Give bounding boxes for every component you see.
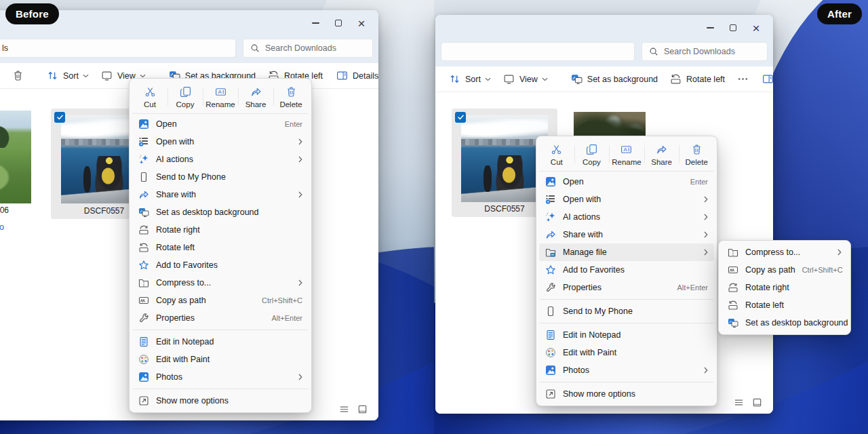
photo-icon <box>545 176 556 187</box>
menu-item[interactable]: Open Enter <box>132 115 309 133</box>
openwith-icon <box>545 194 556 205</box>
quick-action-button[interactable]: Delete <box>679 139 714 170</box>
selection-checkbox[interactable] <box>455 112 466 123</box>
search-box[interactable] <box>243 39 373 58</box>
menu-item[interactable]: Copy as path Ctrl+Shift+C <box>132 292 309 309</box>
check-icon <box>458 115 464 120</box>
menu-item-label: Open with <box>156 137 292 146</box>
quick-action-button[interactable]: Copy <box>167 81 203 112</box>
close-icon: × <box>357 17 365 30</box>
menu-item[interactable]: Manage file <box>539 243 714 261</box>
menu-item[interactable]: Edit with Paint <box>132 351 309 368</box>
toolbar-button[interactable]: Sort <box>41 66 94 85</box>
close-button[interactable]: × <box>745 19 768 37</box>
menu-item-label: Edit with Paint <box>156 355 302 364</box>
quick-action-label: Delete <box>279 100 302 108</box>
submenu-item[interactable]: Compress to... <box>722 243 848 261</box>
menu-item[interactable]: Photos <box>539 361 714 379</box>
selection-checkbox[interactable] <box>54 112 65 123</box>
toolbar-button[interactable]: Details <box>331 66 378 85</box>
address-bar[interactable]: ls <box>0 39 236 58</box>
maximize-button[interactable] <box>327 14 350 32</box>
list-view-icon[interactable] <box>339 404 349 414</box>
context-menu-before: Cut Copy Rename Share Delete Open <box>129 78 312 413</box>
menu-item[interactable]: Send to My Phone <box>132 168 309 186</box>
menu-item[interactable]: Open Enter <box>539 173 714 191</box>
minimize-button[interactable] <box>304 14 327 32</box>
quick-action-button[interactable]: Rename <box>609 139 644 170</box>
minimize-button[interactable] <box>698 19 722 37</box>
search-input[interactable] <box>265 43 366 53</box>
quick-action-button[interactable]: Rename <box>203 81 238 112</box>
menu-item[interactable]: Set as desktop background <box>132 203 309 221</box>
menu-item[interactable]: Compress to... <box>132 274 309 292</box>
menu-item[interactable]: Properties Alt+Enter <box>132 309 309 327</box>
menu-item[interactable]: Edit in Notepad <box>132 333 309 351</box>
menu-item[interactable]: Photos <box>132 368 309 386</box>
bg-icon <box>728 317 738 328</box>
quick-action-button[interactable]: Share <box>238 81 273 112</box>
address-bar[interactable] <box>441 42 635 61</box>
screenshot-stage: × ls <box>0 0 868 434</box>
quick-action-button[interactable]: Copy <box>574 139 610 170</box>
maximize-icon <box>335 20 342 26</box>
submenu-item[interactable]: Copy as path Ctrl+Shift+C <box>722 261 848 279</box>
quick-action-button[interactable]: Delete <box>273 81 309 112</box>
menu-item[interactable]: Rotate left <box>132 239 309 256</box>
grid-view-icon[interactable] <box>357 404 368 414</box>
menu-item[interactable]: Add to Favorites <box>539 261 714 279</box>
photo-layer-boat <box>461 186 548 202</box>
menu-item[interactable]: Add to Favorites <box>132 256 309 274</box>
menu-item[interactable] <box>540 382 713 382</box>
submenu-item[interactable]: Set as desktop background <box>722 314 848 332</box>
menu-item[interactable]: Open with <box>539 191 714 208</box>
menu-item[interactable]: Share with <box>539 226 714 243</box>
toolbar-button[interactable]: Rotate left <box>665 69 730 89</box>
list-view-icon[interactable] <box>734 397 744 408</box>
thumbnail-photo-partial[interactable] <box>0 111 31 203</box>
menu-item[interactable]: Edit in Notepad <box>539 326 714 344</box>
toolbar-button[interactable]: View <box>498 69 553 89</box>
maximize-button[interactable] <box>722 19 745 37</box>
details-icon <box>336 70 348 81</box>
close-button[interactable]: × <box>350 14 373 32</box>
menu-item[interactable]: AI actions <box>539 208 714 226</box>
photo-layer-mask <box>105 157 114 165</box>
menu-item[interactable] <box>133 330 308 330</box>
toolbar-button-label: Details <box>353 71 378 81</box>
toolbar-button[interactable]: Details <box>757 69 773 89</box>
search-box[interactable] <box>642 42 768 61</box>
quick-action-button[interactable]: Cut <box>539 139 574 170</box>
photo-layer-vest <box>100 166 116 186</box>
menu-item[interactable]: Share with <box>132 186 309 203</box>
menu-item[interactable]: Send to My Phone <box>539 302 714 320</box>
grid-view-icon[interactable] <box>752 397 762 408</box>
rotate-left-icon <box>728 300 738 311</box>
menu-item[interactable] <box>540 299 713 300</box>
submenu-item[interactable]: Rotate right <box>722 279 848 296</box>
menu-item[interactable]: Edit with Paint <box>539 344 714 361</box>
toolbar-button[interactable]: Set as background <box>566 69 663 89</box>
menu-item[interactable]: Show more options <box>539 385 714 403</box>
menu-item[interactable]: Rotate right <box>132 221 309 239</box>
toolbar-button[interactable] <box>7 66 29 85</box>
menu-item[interactable] <box>540 323 713 323</box>
menu-item[interactable]: Properties Alt+Enter <box>539 279 714 296</box>
address-text: ls <box>2 43 8 53</box>
close-icon: × <box>752 22 760 35</box>
toolbar-button[interactable]: Sort <box>443 69 496 89</box>
delete-icon <box>12 70 24 81</box>
delete-icon <box>691 144 703 155</box>
quick-action-button[interactable]: Cut <box>132 81 167 112</box>
menu-item[interactable]: Open with <box>132 133 309 151</box>
search-input[interactable] <box>664 47 760 56</box>
menu-item[interactable]: Show more options <box>132 392 309 410</box>
menu-item[interactable]: AI actions <box>132 151 309 168</box>
notepad-icon <box>138 336 149 347</box>
menu-item[interactable] <box>133 389 308 389</box>
view-toggles <box>339 404 368 414</box>
submenu-item-label: Set as desktop background <box>745 318 848 328</box>
toolbar-button[interactable] <box>732 69 754 89</box>
quick-action-button[interactable]: Share <box>644 139 679 170</box>
submenu-item[interactable]: Rotate left <box>722 296 848 314</box>
